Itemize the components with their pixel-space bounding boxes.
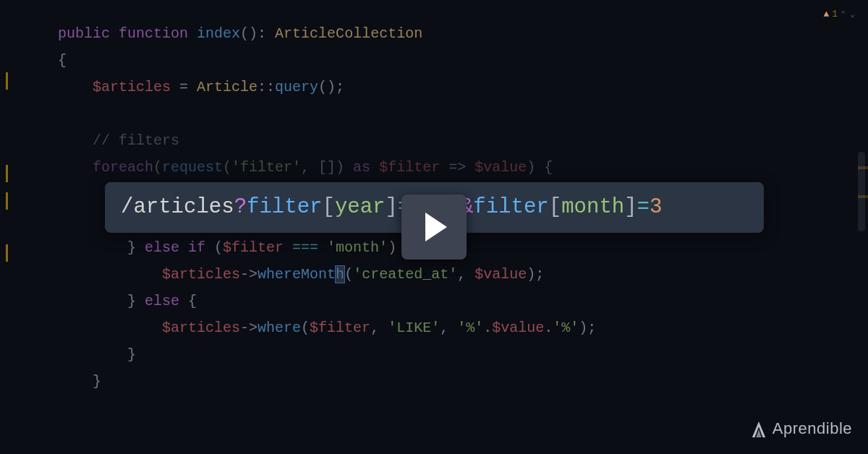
play-icon	[425, 213, 447, 241]
code-line: } else {	[58, 288, 868, 314]
code-line: // filters	[58, 127, 868, 154]
watermark-text: Aprendible	[773, 414, 852, 444]
play-button[interactable]	[401, 194, 467, 260]
code-line: {	[58, 47, 868, 74]
url-path: /articles	[121, 188, 234, 227]
text-cursor: h	[336, 266, 344, 283]
code-line: $articles->whereMonth('created_at', $val…	[58, 261, 868, 288]
code-line: foreach(request('filter', []) as $filter…	[58, 154, 868, 181]
code-line: }	[58, 341, 868, 368]
logo-icon	[751, 420, 767, 439]
code-line: $articles = Article::query();	[58, 74, 868, 100]
watermark: Aprendible	[751, 414, 852, 444]
code-line	[58, 100, 868, 127]
code-line: $articles->where($filter, 'LIKE', '%'.$v…	[58, 314, 868, 341]
code-line: }	[58, 368, 868, 395]
code-line: public function index(): ArticleCollecti…	[58, 20, 868, 47]
